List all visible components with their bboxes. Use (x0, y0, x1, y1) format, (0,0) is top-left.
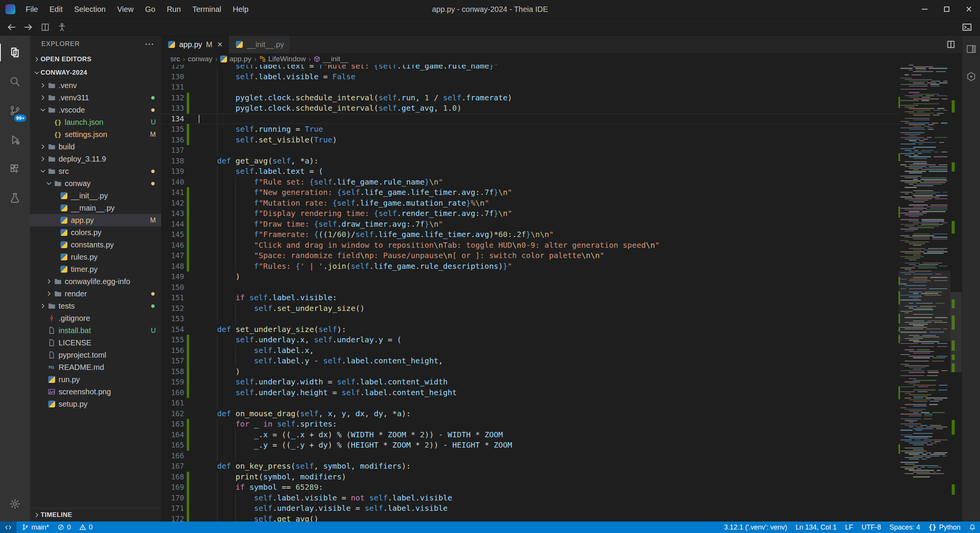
line-number[interactable]: 162 (161, 409, 184, 419)
activity-settings[interactable] (0, 489, 30, 518)
code-line[interactable]: 140 f"Rule set: {self.life_game.rule_nam… (161, 177, 898, 188)
tree-item-src[interactable]: src (30, 165, 161, 177)
line-number[interactable]: 147 (161, 250, 184, 261)
line-number[interactable]: 151 (161, 293, 184, 303)
line-number[interactable]: 143 (161, 208, 184, 219)
menu-edit[interactable]: Edit (44, 0, 68, 18)
line-number[interactable]: 144 (161, 219, 184, 230)
code-line[interactable]: 152 self.set_underlay_size() (161, 303, 898, 314)
tree-item-setup.py[interactable]: setup.py (30, 398, 161, 410)
toggle-secondary-panel-icon[interactable] (966, 44, 976, 54)
status-problems-errors[interactable]: 0 (53, 522, 75, 533)
breadcrumb-item-__init__[interactable]: __init__ (314, 55, 348, 63)
line-number[interactable]: 149 (161, 271, 184, 282)
status-language-mode[interactable]: {}Python (924, 522, 965, 533)
tree-item-.gitignore[interactable]: .gitignore (30, 312, 161, 324)
line-number[interactable]: 172 (161, 514, 184, 522)
tree-item-pyproject.toml[interactable]: pyproject.toml (30, 349, 161, 361)
code-line[interactable]: 154 def set_underlay_size(self): (161, 324, 898, 335)
tree-item-conway[interactable]: conway (30, 177, 161, 190)
line-number[interactable]: 157 (161, 356, 184, 366)
line-number[interactable]: 168 (161, 472, 184, 482)
menu-go[interactable]: Go (139, 0, 161, 18)
editor[interactable]: 129 self.label.text = f"Rule set: {self.… (161, 65, 962, 522)
code-line[interactable]: 146 "Click and drag in window to reposit… (161, 240, 898, 251)
tree-item-render[interactable]: render (30, 288, 161, 300)
line-number[interactable]: 133 (161, 103, 184, 114)
timeline-section[interactable]: TIMELINE (30, 508, 161, 522)
activity-source-control[interactable]: 99+ (0, 96, 30, 125)
code-line[interactable]: 162 def on_mouse_drag(self, x, y, dx, dy… (161, 409, 898, 419)
tree-item-colors.py[interactable]: colors.py (30, 226, 161, 239)
line-number[interactable]: 165 (161, 440, 184, 451)
split-editor-right-icon[interactable] (946, 40, 956, 49)
status-problems-warnings[interactable]: 0 (75, 522, 97, 533)
line-number[interactable]: 171 (161, 503, 184, 514)
minimap[interactable] (898, 65, 951, 522)
code-line[interactable]: 149 ) (161, 271, 898, 282)
line-number[interactable]: 148 (161, 261, 184, 272)
tree-item-tests[interactable]: tests (30, 300, 161, 312)
code-line[interactable]: 132 pyglet.clock.schedule_interval(self.… (161, 93, 898, 103)
code-line[interactable]: 138 def get_avg(self, *a): (161, 156, 898, 167)
line-number[interactable]: 137 (161, 145, 184, 156)
code-line[interactable]: 147 "Space: randomize field\np: Pause/un… (161, 250, 898, 261)
line-number[interactable]: 156 (161, 345, 184, 356)
line-number[interactable]: 146 (161, 240, 184, 251)
line-number[interactable]: 135 (161, 124, 184, 135)
code-line[interactable]: 130 self.label.visible = False (161, 72, 898, 82)
line-number[interactable]: 142 (161, 198, 184, 209)
line-number[interactable]: 161 (161, 398, 184, 409)
tree-item-screenshot.png[interactable]: screenshot.png (30, 386, 161, 398)
line-number[interactable]: 141 (161, 187, 184, 198)
code-line[interactable]: 142 f"Mutation rate: {self.life_game.mut… (161, 198, 898, 209)
minimize-button[interactable] (913, 0, 936, 18)
tree-item-rules.py[interactable]: rules.py (30, 251, 161, 263)
code-line[interactable]: 159 self.underlay.width = self.label.con… (161, 377, 898, 387)
line-number[interactable]: 167 (161, 461, 184, 472)
code-line[interactable]: 150 (161, 282, 898, 293)
status-python-interpreter[interactable]: 3.12.1 ('.venv': venv) (720, 522, 791, 533)
tree-item-build[interactable]: build (30, 141, 161, 153)
close-button[interactable]: × (958, 0, 980, 18)
new-terminal-icon[interactable] (959, 19, 975, 36)
code-line[interactable]: 151 if self.label.visible: (161, 293, 898, 303)
code-line[interactable]: 134 (161, 114, 898, 124)
line-number[interactable]: 154 (161, 324, 184, 335)
code-line[interactable]: 164 _.x = ((_.x + dx) % (WIDTH * ZOOM * … (161, 430, 898, 440)
code-line[interactable]: 137 (161, 145, 898, 156)
tree-item-conwaylife.egg-info[interactable]: conwaylife.egg-info (30, 275, 161, 288)
tree-item-constants.py[interactable]: constants.py (30, 239, 161, 251)
tree-item-.venv311[interactable]: .venv311 (30, 92, 161, 104)
navigate-back-button[interactable] (3, 19, 20, 36)
line-number[interactable]: 131 (161, 82, 184, 93)
code-line[interactable]: 171 self.underlay.visible = self.label.v… (161, 503, 898, 514)
tree-item-__main__.py[interactable]: __main__.py (30, 202, 161, 214)
tab-__init__.py[interactable]: __init__.py (229, 36, 291, 53)
menu-selection[interactable]: Selection (69, 0, 111, 18)
line-number[interactable]: 134 (161, 114, 184, 124)
split-editor-icon[interactable] (37, 19, 54, 36)
line-number[interactable]: 158 (161, 366, 184, 377)
menu-run[interactable]: Run (161, 0, 187, 18)
code-line[interactable]: 161 (161, 398, 898, 409)
code-line[interactable]: 165 _.y = ((_.y + dy) % (HEIGHT * ZOOM *… (161, 440, 898, 451)
code-line[interactable]: 163 for _ in self.sprites: (161, 419, 898, 430)
code-line[interactable]: 167 def on_key_press(self, symbol, modif… (161, 461, 898, 472)
status-eol-sequence[interactable]: LF (841, 522, 857, 533)
status-indentation[interactable]: Spaces: 4 (885, 522, 924, 533)
line-number[interactable]: 139 (161, 166, 184, 177)
tree-item-.venv[interactable]: .venv (30, 79, 161, 92)
line-number[interactable]: 160 (161, 387, 184, 398)
menu-help[interactable]: Help (227, 0, 254, 18)
menu-file[interactable]: File (20, 0, 44, 18)
activity-debug[interactable] (0, 125, 30, 154)
line-number[interactable]: 140 (161, 177, 184, 188)
code-line[interactable]: 172 self.get_avg() (161, 514, 898, 522)
maximize-button[interactable] (936, 0, 958, 18)
tree-item-LICENSE[interactable]: LICENSE (30, 337, 161, 349)
code-line[interactable]: 156 self.label.x, (161, 345, 898, 356)
code-line[interactable]: 136 self.set_visible(True) (161, 135, 898, 146)
code-line[interactable]: 169 if symbol == 65289: (161, 482, 898, 493)
code-line[interactable]: 166 (161, 451, 898, 461)
